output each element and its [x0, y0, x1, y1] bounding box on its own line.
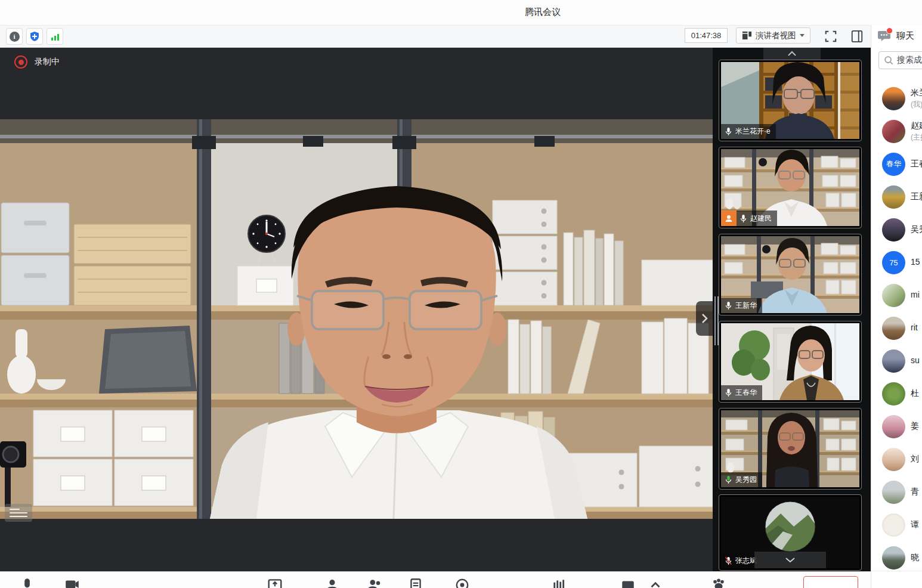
chat-notification-dot	[886, 27, 893, 34]
participant-name: 刘	[911, 454, 919, 465]
share-screen-icon[interactable]	[267, 577, 283, 588]
window-title: 腾讯会议	[525, 7, 561, 18]
participant-name: 王春华	[735, 388, 757, 398]
network-signal-button[interactable]	[47, 28, 63, 45]
record-icon[interactable]	[454, 577, 470, 588]
participant-name: rit	[911, 323, 918, 332]
participant-list-item[interactable]: 王新华	[871, 181, 922, 213]
panel-toggle-icon	[850, 30, 864, 43]
participant-list-item[interactable]: 吴秀园	[871, 213, 922, 246]
invite-icon[interactable]	[324, 577, 340, 588]
collapse-thumbnails-handle[interactable]	[696, 301, 713, 336]
end-meeting-button[interactable]	[803, 576, 858, 588]
meeting-info-button[interactable]: i	[6, 28, 23, 45]
participant-name-bar: 赵建民	[721, 211, 777, 226]
participant-name: 米兰花开·e	[735, 126, 771, 137]
participant-list-item[interactable]: 米兰花开·e (我)	[871, 82, 922, 115]
participant-name-bar: 王春华	[721, 385, 762, 400]
mic-icon[interactable]	[19, 577, 35, 588]
bottom-toolbar	[0, 571, 871, 588]
security-button[interactable]	[26, 28, 43, 45]
layout-view-icon	[742, 30, 752, 41]
recording-indicator: 录制中	[14, 55, 60, 69]
avatar	[882, 218, 905, 242]
participant-list-item[interactable]: 刘	[871, 443, 922, 476]
shield-plus-icon	[29, 31, 40, 42]
view-mode-dropdown[interactable]: 演讲者视图	[736, 27, 810, 44]
avatar	[882, 448, 905, 471]
participant-tile[interactable]: 王新华	[719, 234, 862, 315]
scroll-down-button[interactable]	[754, 552, 826, 568]
participant-list-item[interactable]: 姜	[871, 410, 922, 443]
participant-name: 王新华	[735, 301, 757, 311]
side-panel: 聊天 搜索成员 米兰花开·e (我) 赵建民 (主持人) 春华 王春华 王新华 …	[871, 25, 922, 588]
participant-name: 王春华	[911, 159, 922, 169]
recording-dot-icon	[14, 55, 27, 69]
participant-list-item[interactable]: 春华 王春华	[871, 148, 922, 181]
participant-list-item[interactable]: rit	[871, 312, 922, 345]
avatar	[882, 546, 905, 570]
participant-tile[interactable]: 赵建民	[719, 147, 862, 228]
chevron-up-icon	[787, 51, 797, 57]
participant-role: (我)	[911, 100, 922, 110]
mic-on-icon	[725, 388, 732, 397]
participant-list-item[interactable]: su	[871, 345, 922, 377]
participant-name: 晓	[911, 552, 919, 563]
mic-on-icon	[725, 301, 732, 310]
recording-label: 录制中	[35, 57, 60, 67]
avatar: 春华	[882, 153, 905, 176]
participant-list-item[interactable]: 晓	[871, 541, 922, 574]
side-panel-toggle-button[interactable]	[849, 29, 865, 44]
chevron-down-icon	[800, 34, 805, 37]
avatar	[882, 513, 905, 537]
participant-list-item[interactable]: mi	[871, 279, 922, 312]
chevron-up-icon[interactable]	[648, 577, 663, 588]
participant-name: 王新华	[911, 191, 922, 202]
fullscreen-icon	[824, 30, 837, 43]
members-icon[interactable]	[366, 577, 382, 588]
participant-name: 吴秀园	[735, 475, 757, 485]
avatar: 75	[882, 251, 905, 274]
chat-bubble-icon	[877, 30, 891, 42]
participant-name: 姜	[911, 421, 919, 432]
avatar	[882, 382, 905, 406]
info-icon: i	[10, 32, 20, 42]
participant-list-item[interactable]: 青	[871, 476, 922, 509]
host-badge-icon	[721, 211, 737, 226]
participant-tile[interactable]: 吴秀园	[719, 408, 862, 490]
view-mode-label: 演讲者视图	[756, 30, 796, 41]
participant-tile[interactable]: 米兰花开·e	[719, 60, 862, 141]
chat-tab[interactable]: 聊天	[877, 30, 914, 42]
meeting-toolbar: i 01:47:38 演讲者视图	[0, 25, 871, 48]
participant-list-item[interactable]: 75 15	[871, 246, 922, 279]
fullscreen-button[interactable]	[823, 29, 839, 44]
participant-list-item[interactable]: 谭	[871, 509, 922, 541]
scroll-up-button[interactable]	[763, 48, 821, 60]
avatar	[882, 415, 905, 438]
participant-list-item[interactable]: 杜	[871, 377, 922, 410]
participant-list-item[interactable]: 赵建民 (主持人)	[871, 115, 922, 148]
participant-name: 吴秀园	[911, 224, 922, 235]
participant-name: 米兰花开·e	[911, 88, 922, 98]
interpretation-icon[interactable]	[551, 577, 567, 588]
participant-tile[interactable]: 王春华	[719, 321, 862, 403]
camera-icon[interactable]	[64, 577, 80, 588]
strip-resize-handle[interactable]	[714, 296, 719, 345]
live-icon[interactable]	[620, 577, 636, 588]
meeting-info-overlay-icon[interactable]	[5, 504, 32, 522]
search-icon	[884, 55, 893, 65]
participant-name: 15	[911, 257, 920, 267]
mic-muted-icon	[725, 556, 732, 565]
participant-name: 青	[911, 487, 919, 497]
chat-label: 聊天	[896, 30, 914, 42]
docs-icon[interactable]	[408, 577, 423, 588]
chevron-down-icon	[785, 557, 796, 563]
participant-tile[interactable]: 张志斌	[719, 494, 862, 571]
mic-on-icon	[740, 214, 747, 223]
window-titlebar: 腾讯会议	[0, 0, 922, 25]
participant-name-bar: 吴秀园	[721, 472, 762, 487]
search-members-input[interactable]: 搜索成员	[878, 51, 922, 69]
participant-name: 杜	[911, 388, 919, 399]
avatar	[882, 317, 905, 340]
apps-icon[interactable]	[711, 577, 726, 588]
